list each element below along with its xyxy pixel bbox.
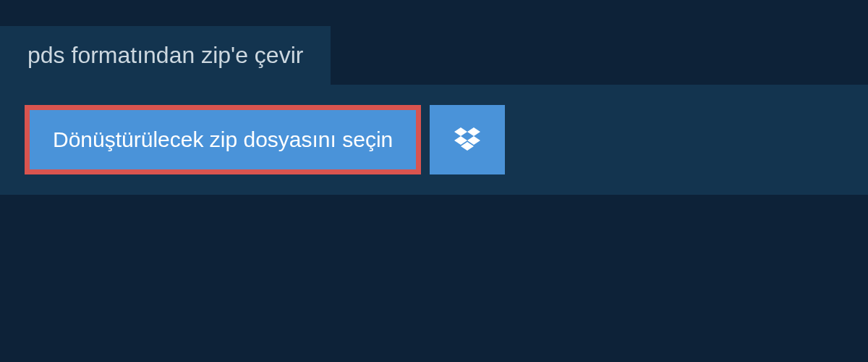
select-file-button-label: Dönüştürülecek zip dosyasını seçin bbox=[53, 127, 393, 152]
dropbox-icon bbox=[454, 127, 480, 152]
select-file-button[interactable]: Dönüştürülecek zip dosyasını seçin bbox=[25, 105, 421, 174]
tab-label: pds formatından zip'e çevir bbox=[27, 42, 303, 68]
tab-convert[interactable]: pds formatından zip'e çevir bbox=[0, 26, 331, 85]
dropbox-button[interactable] bbox=[430, 105, 505, 174]
upload-panel: Dönüştürülecek zip dosyasını seçin bbox=[0, 85, 868, 195]
button-row: Dönüştürülecek zip dosyasını seçin bbox=[25, 105, 843, 174]
